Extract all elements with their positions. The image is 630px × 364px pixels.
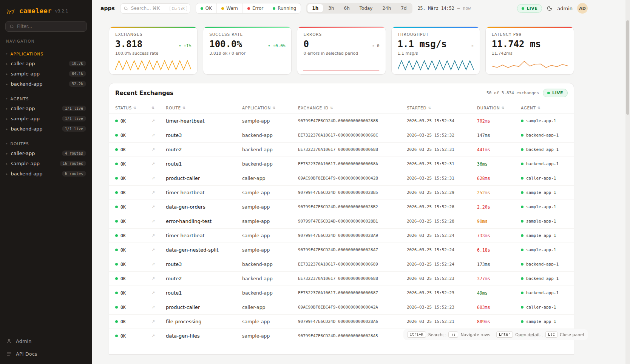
open-exchange-icon[interactable]: ↗	[151, 118, 166, 123]
logo[interactable]: cameleer v3.2.1	[0, 5, 92, 21]
column-header-started[interactable]: STARTED⇅	[407, 106, 477, 110]
open-exchange-icon[interactable]: ↗	[151, 190, 166, 195]
sidebar-item-caller-app[interactable]: ▸caller-app4 routes	[0, 148, 92, 158]
column-header-open-icon[interactable]: ⇅	[151, 106, 166, 110]
sort-icon: ⇅	[272, 106, 275, 110]
open-exchange-icon[interactable]: ↗	[151, 161, 166, 166]
hint-label: Search	[428, 332, 443, 337]
table-row[interactable]: OK↗timer-heartbeatsample-app90799F47E6CD…	[109, 186, 574, 200]
status-filter-ok[interactable]: OK	[196, 3, 216, 13]
sidebar-filter-input[interactable]	[17, 24, 83, 29]
time-range-3h[interactable]: 3h	[324, 4, 338, 12]
table-row[interactable]: OK↗route3backend-appEE7322370A10617-0000…	[109, 128, 574, 143]
sidebar-item-caller-app[interactable]: ▸caller-app10.7k	[0, 58, 92, 69]
sidebar-item-backend-app[interactable]: ▸backend-app6 routes	[0, 169, 92, 179]
section-header-applications[interactable]: ▾APPLICATIONS	[0, 50, 92, 58]
table-row[interactable]: OK↗data-gen-nested-splitsample-app90799F…	[109, 243, 574, 257]
page-scrollbar[interactable]	[625, 0, 630, 364]
open-exchange-icon[interactable]: ↗	[151, 262, 166, 267]
live-dot	[547, 92, 550, 94]
sidebar-footer-api-docs[interactable]: API Docs	[0, 347, 92, 360]
agent-live-dot	[521, 177, 523, 180]
time-range-1h[interactable]: 1h	[307, 4, 323, 12]
table-row[interactable]: OK↗timer-heartbeatsample-app90799F47E6CD…	[109, 114, 574, 128]
sidebar-item-sample-app[interactable]: ▸sample-app1/1 live	[0, 114, 92, 124]
open-exchange-icon[interactable]: ↗	[151, 276, 166, 281]
open-exchange-icon[interactable]: ↗	[151, 247, 166, 252]
table-row[interactable]: OK↗timer-heartbeatsample-app90799F47E6CD…	[109, 229, 574, 243]
agent-label: sample-app-1	[526, 204, 556, 209]
sidebar-item-sample-app[interactable]: ▸sample-app16 routes	[0, 158, 92, 169]
open-exchange-icon[interactable]: ↗	[151, 333, 166, 338]
column-header-exchange-id[interactable]: EXCHANGE ID⇅	[298, 106, 407, 110]
agent-label: caller-app-1	[526, 176, 556, 181]
sidebar-item-backend-app[interactable]: ▸backend-app32.2k	[0, 79, 92, 89]
global-search-input[interactable]	[131, 6, 167, 11]
table-column-headers: STATUS⇅⇅ROUTE⇅APPLICATION⇅EXCHANGE ID⇅ST…	[109, 102, 574, 114]
open-exchange-icon[interactable]: ↗	[151, 204, 166, 209]
agent-cell: sample-app-1	[521, 219, 568, 224]
table-row[interactable]: OK↗product-callercaller-app69AC90BF8EBC4…	[109, 300, 574, 315]
sidebar-item-caller-app[interactable]: ▸caller-app1/1 live	[0, 103, 92, 114]
open-exchange-icon[interactable]: ↗	[151, 305, 166, 310]
agent-cell: backend-app-1	[521, 133, 568, 138]
open-exchange-icon[interactable]: ↗	[151, 133, 166, 138]
column-header-duration[interactable]: DURATION⇅	[477, 106, 521, 110]
date-range[interactable]: 25. März 14:52 — now	[418, 6, 471, 11]
table-row[interactable]: OK↗route3backend-appEE7322370A10617-0000…	[109, 257, 574, 272]
scrollbar-thumb[interactable]	[626, 20, 629, 115]
open-exchange-icon[interactable]: ↗	[151, 147, 166, 152]
table-live-badge[interactable]: LIVE	[543, 89, 568, 97]
open-exchange-icon[interactable]: ↗	[151, 319, 166, 324]
application-cell: sample-app	[242, 218, 298, 224]
route-cell: data-gen-orders	[166, 204, 242, 210]
open-exchange-icon[interactable]: ↗	[151, 219, 166, 224]
table-row[interactable]: OK↗error-handling-testsample-app90799F47…	[109, 214, 574, 229]
time-range-6h[interactable]: 6h	[340, 4, 354, 12]
open-exchange-icon[interactable]: ↗	[151, 233, 166, 238]
started-cell: 2026-03-25 15:52:23	[407, 276, 477, 281]
stat-value: 3.818	[115, 39, 142, 49]
sidebar-filter[interactable]	[5, 21, 87, 32]
column-header-application[interactable]: APPLICATION⇅	[242, 106, 298, 110]
table-row[interactable]: OK↗route2backend-appEE7322370A10617-0000…	[109, 272, 574, 286]
column-header-agent[interactable]: AGENT⇅	[521, 106, 568, 110]
status-filter-warn[interactable]: Warn	[216, 3, 242, 13]
section-header-routes[interactable]: ▾ROUTES	[0, 140, 92, 148]
table-row[interactable]: OK↗route1backend-appEE7322370A10617-0000…	[109, 286, 574, 300]
card-accent-bar	[297, 27, 385, 28]
status-label: OK	[120, 319, 126, 324]
context-label[interactable]: apps	[100, 5, 115, 11]
exchange-id-cell: EE7322370A10617-000000000000068B	[298, 147, 407, 152]
table-row[interactable]: OK↗route1backend-appEE7322370A10617-0000…	[109, 157, 574, 171]
sidebar-footer-admin[interactable]: Admin	[0, 335, 92, 347]
section-header-agents[interactable]: ▾AGENTS	[0, 95, 92, 103]
table-row[interactable]: OK↗file-processingsample-app90799F47E6CD…	[109, 315, 574, 329]
avatar[interactable]: AD	[577, 3, 588, 14]
live-badge[interactable]: LIVE	[517, 4, 542, 13]
sidebar-item-backend-app[interactable]: ▸backend-app1/1 live	[0, 124, 92, 134]
sidebar-item-label: caller-app	[11, 106, 59, 111]
open-exchange-icon[interactable]: ↗	[151, 290, 166, 295]
time-range-today[interactable]: Today	[355, 4, 377, 12]
application-cell: sample-app	[242, 247, 298, 253]
table-row[interactable]: OK↗route2backend-appEE7322370A10617-0000…	[109, 143, 574, 157]
status-filter-running[interactable]: Running	[268, 3, 301, 13]
table-row[interactable]: OK↗data-gen-orderssample-app90799F47E6CD…	[109, 200, 574, 214]
table-row[interactable]: OK↗product-callercaller-app69AC90BF8EBC4…	[109, 171, 574, 186]
agent-live-dot	[521, 249, 523, 251]
sidebar-item-label: sample-app	[11, 71, 66, 77]
status-label: OK	[120, 333, 126, 339]
global-search[interactable]: Ctrl+K	[120, 3, 190, 14]
column-header-status[interactable]: STATUS⇅	[115, 106, 151, 110]
trend-indicator: → 0	[372, 43, 380, 48]
item-badge: 1/1 live	[62, 106, 86, 111]
user-name[interactable]: admin	[557, 6, 573, 11]
status-filter-error[interactable]: Error	[242, 3, 268, 13]
time-range-7d[interactable]: 7d	[396, 4, 411, 12]
dark-mode-toggle[interactable]	[547, 5, 553, 11]
open-exchange-icon[interactable]: ↗	[151, 176, 166, 181]
time-range-24h[interactable]: 24h	[378, 4, 395, 12]
column-header-route[interactable]: ROUTE⇅	[166, 106, 242, 110]
sidebar-item-sample-app[interactable]: ▸sample-app84.1k	[0, 69, 92, 79]
